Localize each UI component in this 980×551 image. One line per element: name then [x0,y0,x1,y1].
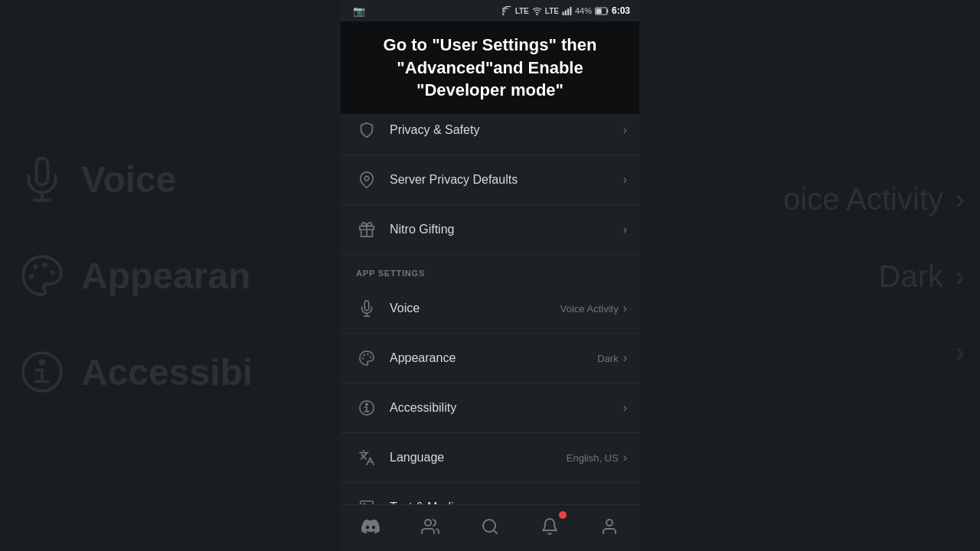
svg-point-30 [425,520,431,526]
mentions-badge [559,511,567,519]
translate-icon [358,449,375,466]
bg-voice-row: Voice [0,131,337,227]
voice-item[interactable]: Voice Voice Activity › [341,284,639,334]
nav-friends[interactable] [409,511,452,542]
svg-point-23 [363,358,364,359]
lte1-label: LTE [515,7,529,15]
appearance-right: Dark › [597,351,627,365]
nav-mentions[interactable] [528,511,571,542]
server-right: › [623,173,627,187]
svg-rect-11 [565,10,567,15]
bg-voice-label: Voice [81,158,177,201]
accessibility-content: Accessibility [390,401,623,415]
voice-right: Voice Activity › [560,302,627,315]
lte2-label: LTE [545,7,559,15]
palette-icon [358,350,375,367]
accessibility-symbol-icon [358,399,375,416]
background-right: oice Activity › Dark › › [643,0,980,551]
appearance-item[interactable]: Appearance Dark › [341,334,639,383]
server-chevron: › [623,173,627,187]
svg-rect-15 [596,8,602,14]
language-item[interactable]: Language English, US › [341,433,639,483]
accessibility-chevron: › [623,401,627,415]
overlay-text: Go to "User Settings" then "Advanced"and… [356,34,624,102]
nitro-label: Nitro Gifting [390,223,454,236]
image-text-icon [358,499,375,504]
text-media-item[interactable]: Text & Media › [341,483,639,504]
bg-accessibility-row: Accessibi [0,324,337,420]
server-content: Server Privacy Defaults [390,173,623,187]
language-right: English, US › [567,451,627,465]
bg-accessibility-label: Accessibi [81,351,253,393]
voice-chevron: › [623,302,627,315]
bg-right-accessibility-chevron: › [956,337,965,369]
svg-line-32 [494,530,497,533]
language-chevron: › [623,451,627,465]
nitro-gifting-item[interactable]: Nitro Gifting › [341,205,639,255]
status-bar: 📷 LTE LTE 44% 6:03 [341,0,639,21]
server-label: Server Privacy Defaults [390,173,518,186]
language-icon [353,444,381,471]
appearance-label: Appearance [390,351,456,364]
bell-icon [541,517,559,536]
svg-point-22 [364,354,364,355]
bg-appearance-row: Appearan [0,227,337,324]
privacy-chevron: › [623,123,627,137]
signal-icon [562,6,572,16]
bg-right-appearance-value: Dark [879,259,943,294]
status-left: 📷 [353,5,365,17]
text-media-icon [353,494,381,504]
app-settings-header: APP SETTINGS [341,255,639,284]
microphone-icon [358,300,375,317]
svg-rect-10 [562,11,564,15]
time-display: 6:03 [612,5,630,16]
bg-right-accessibility: › [643,315,980,390]
location-icon [358,171,375,188]
bg-appearance-label: Appearan [81,255,250,297]
privacy-icon [353,116,381,144]
search-icon [481,517,499,536]
server-icon [353,166,381,194]
svg-point-7 [41,360,44,364]
overlay-banner: Go to "User Settings" then "Advanced"and… [341,21,639,114]
svg-rect-13 [570,7,571,15]
voice-icon [353,295,381,322]
nav-search[interactable] [469,511,511,542]
bg-right-voice-label: oice Activity [783,182,943,217]
nitro-icon [353,216,381,243]
accessibility-right: › [623,401,627,415]
svg-point-17 [364,176,369,181]
accessibility-label: Accessibility [390,401,456,414]
privacy-right: › [623,123,627,137]
svg-point-5 [31,276,33,278]
svg-point-3 [52,272,54,274]
bg-right-voice: oice Activity › [643,161,980,238]
discord-icon [361,517,380,536]
settings-scroll-area[interactable]: Privacy & Safety › Server Privacy Defaul… [341,98,639,504]
appearance-value: Dark [597,353,618,364]
bg-right-voice-chevron: › [956,184,965,216]
language-label: Language [390,451,444,464]
camera-icon: 📷 [353,5,365,17]
privacy-content: Privacy & Safety [390,123,623,137]
svg-rect-16 [607,9,609,13]
appearance-icon [353,344,381,372]
battery-icon [595,7,609,15]
accessibility-item[interactable]: Accessibility › [341,383,639,433]
nav-home[interactable] [349,511,392,542]
voice-value: Voice Activity [560,303,619,315]
svg-point-20 [368,354,368,355]
background-left: Voice Appearan Accessibi [0,0,337,551]
svg-point-25 [366,403,368,405]
appearance-content: Appearance [390,351,597,365]
voice-label: Voice [390,302,420,315]
phone-container: 📷 LTE LTE 44% 6:03 Go to "User Settings"… [341,0,639,551]
svg-point-33 [606,520,612,526]
svg-point-2 [44,264,47,266]
battery-label: 44% [575,6,592,15]
shield-icon [358,122,375,139]
svg-rect-8 [502,14,504,15]
nav-profile[interactable] [588,511,631,542]
server-privacy-item[interactable]: Server Privacy Defaults › [341,155,639,205]
bg-right-appearance: Dark › [643,238,980,315]
